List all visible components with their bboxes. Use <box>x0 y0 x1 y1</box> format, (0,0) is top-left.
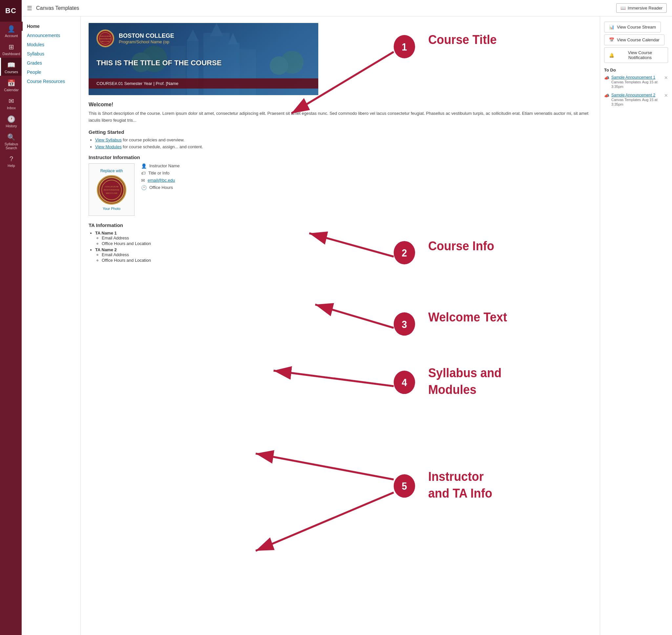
ta-1-details: Email Address Office Hours and Location <box>102 236 592 246</box>
immersive-reader-icon: 📖 <box>621 5 626 10</box>
program-name: Program/School Name (op <box>119 39 174 44</box>
dashboard-label: Dashboard <box>3 52 20 56</box>
dashboard-icon: ⊞ <box>8 43 14 51</box>
sidebar-item-history[interactable]: 🕐 History <box>0 112 22 130</box>
modules-description: for course schedule, assign... and conte… <box>123 144 203 149</box>
todo-item-1: 📣 Sample Announcement 1 Canvas Templates… <box>604 75 668 89</box>
svg-text:MDCCCLXIII: MDCCCLXIII <box>106 192 117 194</box>
getting-started-list: View Syllabus for course policies and ov… <box>95 137 592 149</box>
ta-2-email: Email Address <box>102 252 592 257</box>
svg-text:COLLEGIUM: COLLEGIUM <box>105 185 118 188</box>
view-stream-button[interactable]: 📊 View Course Stream <box>604 22 661 32</box>
instructor-photo: COLLEGIUM BOSTONIENSE MDCCCLXIII <box>97 175 126 205</box>
right-sidebar: 📊 View Course Stream 📅 View Course Calen… <box>600 16 672 635</box>
ta-heading: TA Information <box>89 222 592 228</box>
sidebar-item-help[interactable]: ? Help <box>0 152 22 170</box>
bc-logo: BC <box>0 0 22 22</box>
courses-label: Courses <box>5 70 18 74</box>
replace-with-label[interactable]: Replace with <box>101 169 123 173</box>
instructor-email[interactable]: email@bc.edu <box>148 178 175 183</box>
syllabus-search-label: Syllabus Search <box>1 142 22 150</box>
content-wrapper: Home Announcements Modules Syllabus Grad… <box>22 16 672 635</box>
course-info-bar: COURSE#.01 Semester Year | Prof. [Name <box>89 79 318 89</box>
view-calendar-button[interactable]: 📅 View Course Calendar <box>604 35 665 45</box>
view-modules-link[interactable]: View Modules <box>95 144 122 149</box>
sidebar-item-account[interactable]: 👤 Account <box>0 22 22 40</box>
account-icon: 👤 <box>7 25 16 33</box>
list-item: View Syllabus for course policies and ov… <box>95 137 592 143</box>
sidebar-item-calendar[interactable]: 📅 Calendar <box>0 76 22 94</box>
email-icon: ✉ <box>141 178 145 183</box>
view-notifications-button[interactable]: 🔔 View Course Notifications <box>604 47 668 63</box>
bc-seal: COLLEGIUM BOSTONIENSE MDCCCLXIII <box>96 29 114 47</box>
ta-section: TA Information TA Name 1 Email Address O… <box>89 222 592 263</box>
inbox-icon: ✉ <box>8 97 14 105</box>
course-nav-modules[interactable]: Modules <box>22 40 80 49</box>
tag-icon: 🏷 <box>141 171 146 176</box>
syllabus-description: for course policies and overview. <box>123 137 185 143</box>
clock-icon: 🕐 <box>141 185 147 190</box>
instructor-name-row: 👤 Instructor Name <box>141 163 179 169</box>
todo-item-1-close[interactable]: ✕ <box>664 75 668 80</box>
ta-item-1: TA Name 1 Email Address Office Hours and… <box>95 231 592 246</box>
svg-text:COLLEGIUM: COLLEGIUM <box>100 36 111 37</box>
course-nav-syllabus[interactable]: Syllabus <box>22 49 80 58</box>
course-nav-people[interactable]: People <box>22 68 80 77</box>
college-name: BOSTON COLLEGE <box>119 32 174 40</box>
inbox-label: Inbox <box>7 106 16 110</box>
svg-text:MDCCCLXIII: MDCCCLXIII <box>101 41 110 42</box>
course-nav-announcements[interactable]: Announcements <box>22 31 80 40</box>
main-content: COLLEGIUM BOSTONIENSE MDCCCLXIII BOSTON … <box>81 16 600 635</box>
svg-text:BOSTONIENSE: BOSTONIENSE <box>104 189 120 191</box>
announcement-icon-2: 📣 <box>604 93 609 98</box>
instructor-hours-row: 🕐 Office Hours <box>141 185 179 190</box>
sample-announcement-2-link[interactable]: Sample Announcement 2 <box>611 93 662 97</box>
instructor-title-row: 🏷 Title or Info <box>141 171 179 176</box>
todo-section: To Do 📣 Sample Announcement 1 Canvas Tem… <box>600 68 672 107</box>
history-icon: 🕐 <box>7 115 16 123</box>
your-photo-label[interactable]: Your Photo <box>103 206 121 211</box>
sidebar-item-courses[interactable]: 📖 Courses <box>0 58 22 76</box>
calendar-label: Calendar <box>4 88 19 92</box>
page-title: Canvas Templates <box>36 5 616 11</box>
instructor-title: Title or Info <box>148 171 170 175</box>
course-nav-home[interactable]: Home <box>22 22 80 31</box>
sample-announcement-1-link[interactable]: Sample Announcement 1 <box>611 75 662 80</box>
todo-item-2-close[interactable]: ✕ <box>664 93 668 98</box>
instructor-heading: Instructor Information <box>89 154 592 160</box>
todo-item-1-source: Canvas Templates <box>611 80 641 84</box>
sidebar-item-syllabus-search[interactable]: 🔍 Syllabus Search <box>0 130 22 152</box>
todo-item-2-source: Canvas Templates <box>611 98 641 102</box>
notifications-icon: 🔔 <box>609 53 614 58</box>
syllabus-search-icon: 🔍 <box>7 133 16 141</box>
ta-1-email: Email Address <box>102 236 592 240</box>
svg-text:BOSTONIENSE: BOSTONIENSE <box>100 38 111 40</box>
welcome-heading: Welcome! <box>89 102 592 108</box>
course-title-text: THIS IS THE TITLE OF THE COURSE <box>96 59 310 67</box>
getting-started-heading: Getting Started <box>89 129 592 135</box>
ta-item-2: TA Name 2 Email Address Office Hours and… <box>95 247 592 263</box>
immersive-reader-button[interactable]: 📖 Immersive Reader <box>616 3 667 13</box>
ta-list: TA Name 1 Email Address Office Hours and… <box>95 231 592 263</box>
calendar-action-icon: 📅 <box>609 37 614 42</box>
course-nav: Home Announcements Modules Syllabus Grad… <box>22 16 81 635</box>
todo-heading: To Do <box>604 68 668 72</box>
sidebar-item-dashboard[interactable]: ⊞ Dashboard <box>0 40 22 58</box>
sidebar-item-inbox[interactable]: ✉ Inbox <box>0 94 22 112</box>
todo-item-2-content: Sample Announcement 2 Canvas Templates A… <box>611 93 662 107</box>
menu-toggle[interactable]: ☰ <box>27 5 32 12</box>
instructor-office-hours: Office Hours <box>149 185 173 190</box>
todo-item-1-content: Sample Announcement 1 Canvas Templates A… <box>611 75 662 89</box>
help-icon: ? <box>9 155 13 163</box>
instructor-email-row: ✉ email@bc.edu <box>141 178 179 183</box>
list-item: View Modules for course schedule, assign… <box>95 144 592 149</box>
stream-icon: 📊 <box>609 25 614 29</box>
courses-icon: 📖 <box>7 61 16 69</box>
welcome-description: This is Short description of the course.… <box>89 110 592 124</box>
photo-box: Replace with COLLEGIUM BOSTONIENSE MDCCC… <box>89 163 134 216</box>
ta-2-details: Email Address Office Hours and Location <box>102 252 592 263</box>
course-nav-grades[interactable]: Grades <box>22 58 80 68</box>
view-syllabus-link[interactable]: View Syllabus <box>95 137 122 143</box>
course-nav-resources[interactable]: Course Resources <box>22 77 80 86</box>
help-label: Help <box>7 164 15 168</box>
